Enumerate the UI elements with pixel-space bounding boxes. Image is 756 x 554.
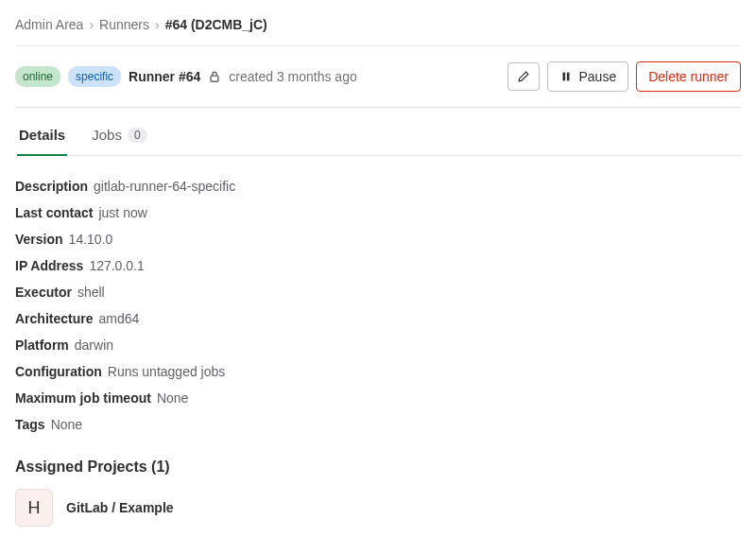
pencil-icon: [517, 70, 530, 83]
tabs: Details Jobs 0: [15, 115, 741, 156]
tab-jobs[interactable]: Jobs 0: [90, 115, 148, 156]
detail-label: Executor: [15, 285, 72, 300]
detail-row-configuration: Configuration Runs untagged jobs: [15, 358, 741, 385]
project-name: GitLab / Example: [66, 500, 174, 515]
delete-runner-label: Delete runner: [648, 69, 729, 84]
delete-runner-button[interactable]: Delete runner: [636, 61, 741, 92]
divider: [15, 107, 741, 108]
assigned-projects-title: Assigned Projects (1): [15, 459, 741, 476]
chevron-right-icon: ›: [155, 17, 160, 32]
detail-value: gitlab-runner-64-specific: [94, 179, 235, 194]
pause-icon: [559, 70, 573, 83]
runner-header-actions: Pause Delete runner: [507, 61, 741, 92]
breadcrumb: Admin Area › Runners › #64 (D2CMB_jC): [15, 15, 741, 45]
jobs-count-badge: 0: [128, 128, 147, 143]
detail-row-architecture: Architecture amd64: [15, 305, 741, 332]
breadcrumb-section[interactable]: Runners: [99, 17, 149, 32]
breadcrumb-root[interactable]: Admin Area: [15, 17, 83, 32]
detail-row-tags: Tags None: [15, 411, 741, 438]
lock-icon: [208, 70, 221, 83]
detail-label: Last contact: [15, 205, 93, 220]
detail-label: Configuration: [15, 364, 102, 379]
status-badge-online: online: [15, 66, 60, 87]
detail-label: Description: [15, 179, 88, 194]
detail-value: None: [157, 390, 188, 406]
detail-value: None: [51, 417, 82, 432]
svg-rect-1: [563, 73, 566, 81]
breadcrumb-current: #64 (D2CMB_jC): [165, 17, 267, 32]
details-list: Description gitlab-runner-64-specific La…: [15, 173, 741, 438]
detail-label: Platform: [15, 338, 69, 353]
detail-label: Version: [15, 232, 63, 247]
detail-row-timeout: Maximum job timeout None: [15, 385, 741, 411]
detail-label: Architecture: [15, 311, 93, 326]
detail-value: just now: [98, 205, 146, 220]
project-item[interactable]: H GitLab / Example: [15, 489, 741, 527]
pause-button-label: Pause: [578, 69, 616, 84]
tab-details-label: Details: [19, 127, 65, 143]
tab-jobs-label: Jobs: [92, 127, 122, 143]
svg-rect-0: [211, 76, 218, 81]
detail-row-last-contact: Last contact just now: [15, 199, 741, 226]
runner-header-left: online specific Runner #64 created 3 mon…: [15, 66, 357, 87]
detail-row-version: Version 14.10.0: [15, 226, 741, 252]
tab-details[interactable]: Details: [17, 115, 67, 156]
detail-row-description: Description gitlab-runner-64-specific: [15, 173, 741, 199]
detail-row-platform: Platform darwin: [15, 332, 741, 358]
detail-value: amd64: [98, 311, 139, 326]
edit-button[interactable]: [507, 62, 540, 91]
detail-row-executor: Executor shell: [15, 279, 741, 305]
detail-row-ip: IP Address 127.0.0.1: [15, 252, 741, 279]
detail-value: darwin: [75, 338, 113, 353]
svg-rect-2: [567, 73, 570, 81]
project-avatar: H: [15, 489, 53, 527]
pause-button[interactable]: Pause: [547, 61, 628, 92]
status-badge-specific: specific: [68, 66, 121, 87]
detail-label: Maximum job timeout: [15, 390, 151, 406]
runner-header: online specific Runner #64 created 3 mon…: [15, 46, 741, 107]
detail-value: shell: [77, 285, 105, 300]
detail-label: Tags: [15, 417, 45, 432]
chevron-right-icon: ›: [89, 17, 94, 32]
detail-value: 14.10.0: [69, 232, 113, 247]
created-text: created 3 months ago: [229, 69, 356, 84]
detail-label: IP Address: [15, 258, 83, 273]
detail-value: 127.0.0.1: [89, 258, 144, 273]
runner-title: Runner #64: [129, 69, 200, 84]
detail-value: Runs untagged jobs: [108, 364, 226, 379]
